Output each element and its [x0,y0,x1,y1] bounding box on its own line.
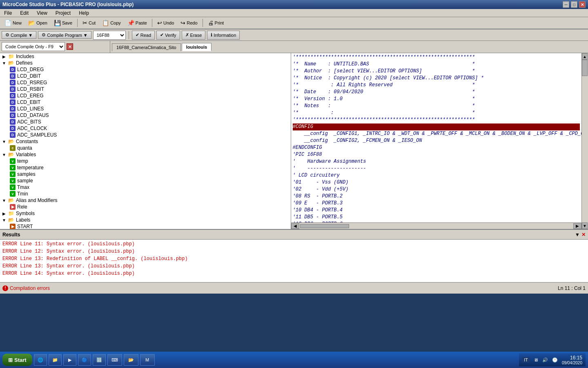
tree-labels[interactable]: ▼ 📂 Labels [0,217,291,223]
tree-quanta[interactable]: c quanta [0,145,291,151]
menu-edit[interactable]: Edit [18,9,31,17]
save-button[interactable]: 💾 Save [51,18,75,28]
horizontal-scrollbar[interactable]: ◀ ▶ [291,222,582,229]
scroll-up-button[interactable]: ▲ [582,53,588,60]
tree-tmax[interactable]: v Tmax [0,184,291,191]
taskbar-ie-icon[interactable]: 🌐 [34,354,47,366]
close-button[interactable]: ✕ [579,1,586,8]
tree-lcd-ereg[interactable]: D LCD_EREG [0,92,291,99]
results-panel: Results ▼ ✕ ERROR Line 11: Syntax error.… [0,229,588,282]
tree-rele[interactable]: ▶ Rele [0,204,291,210]
scroll-down-button[interactable]: ▼ [582,222,588,229]
tree-adc-sampleus[interactable]: D ADC_SAMPLEUS [0,132,291,138]
panel-close-button[interactable]: ✕ [67,43,73,50]
vertical-scrollbar[interactable]: ▲ ▼ [581,53,588,229]
undo-button[interactable]: ↩ Undo [154,18,177,28]
taskbar-app2[interactable]: 📂 [124,354,138,366]
open-button[interactable]: 📂 Open [25,18,50,28]
menu-help[interactable]: Help [76,9,91,17]
tree-lcd-rsbit[interactable]: D LCD_RSBIT [0,86,291,92]
scroll-thumb[interactable] [300,224,349,228]
new-button[interactable]: 📄 New [2,18,24,28]
results-content: ERROR Line 11: Syntax error. (louislouis… [0,240,588,278]
compile-program-button[interactable]: ⚙ Compile Program ▼ [38,31,91,39]
taskbar-app3[interactable]: M [140,354,155,366]
tree-constants[interactable]: ▼ 📂 Constants [0,138,291,145]
tree-lcd-ebit[interactable]: D LCD_EBIT [0,99,291,105]
expand-defines: ▼ [2,61,7,65]
menu-project[interactable]: Project [53,9,73,17]
tree-adc-clock[interactable]: D ADC_CLOCK [0,125,291,132]
tab-16f88-camera[interactable]: 16F88_CameraClimatica_Sito [112,43,181,51]
taskbar-folder-icon[interactable]: 📁 [49,354,62,366]
cut-button[interactable]: ✂ Cut [80,18,98,28]
badge-r-rele: ▶ [10,204,16,210]
code-editor[interactable]: '***************************************… [291,53,582,222]
code-line-16: 'PIC 16F88 [293,151,580,158]
cut-icon: ✂ [82,20,87,26]
code-line-26: '12 DB6 - PORTB.6 [293,221,580,222]
tree-lcd-dataus[interactable]: D LCD_DATAUS [0,112,291,119]
tree-alias[interactable]: ▼ 📂 Alias and Modifiers [0,197,291,204]
tree-lcd-rsreg[interactable]: D LCD_RSREG [0,79,291,86]
error-line-2: ERROR Line 12: Syntax error. (louislouis… [2,248,586,255]
tree-variables[interactable]: ▼ 📂 Variables [0,151,291,158]
redo-button[interactable]: ↪ Redo [178,18,200,28]
results-dropdown-icon[interactable]: ▼ [575,232,580,238]
code-compile-select[interactable]: Code Compile Only - F9 [2,42,65,51]
taskbar-calc-icon[interactable]: 🔢 [93,354,106,366]
folder-symbols-icon: 📁 [8,211,14,216]
tree-adc-bits[interactable]: D ADC_BITS [0,119,291,125]
read-button[interactable]: ✔ Read [132,31,155,40]
compile-button[interactable]: ⚙ Compile ▼ [2,31,36,39]
tree-symbols[interactable]: ▶ 📁 Symbols [0,210,291,217]
verify-button[interactable]: ✔ Verify [156,31,180,40]
tree-temperature[interactable]: v temperature [0,164,291,171]
tree-tmin[interactable]: v Tmin [0,191,291,197]
erase-button[interactable]: ✗ Erase [182,31,206,40]
results-close-button[interactable]: ✕ [581,232,586,238]
code-line-4: '* Notice : Copyright (c) 2020 [select V… [293,75,580,82]
compile-dropdown-icon: ▼ [28,33,33,38]
copy-button[interactable]: 📋 Copy [99,18,124,28]
scroll-left-button[interactable]: ◀ [291,223,299,229]
tree-includes[interactable]: ▶ 📁 Includes [0,53,291,60]
paste-icon: 📌 [127,20,134,26]
tree-samples[interactable]: v samples [0,171,291,177]
tree-lcd-lines[interactable]: D LCD_LINES [0,105,291,112]
compile-icon: ⚙ [5,32,9,38]
code-line-11: #CONFIG [293,123,580,130]
tree-lcd-dreg[interactable]: D LCD_DREG [0,66,291,73]
expand-includes: ▶ [2,54,7,59]
menu-view[interactable]: View [34,9,50,17]
paste-button[interactable]: 📌 Paste [125,18,150,28]
expand-symbols: ▶ [2,211,7,216]
tree-start[interactable]: ▶ START [0,223,291,229]
scroll-right-button[interactable]: ▶ [573,223,581,229]
tab-louislouis[interactable]: louislouis [182,43,212,51]
print-button[interactable]: 🖨 Print [205,18,227,28]
redo-icon: ↪ [180,20,185,26]
maximize-button[interactable]: □ [571,1,577,8]
minimize-button[interactable]: ─ [563,1,569,8]
taskbar-chrome-icon[interactable]: 🔵 [78,354,91,366]
tree-sample[interactable]: v sample [0,177,291,184]
error-line-4: ERROR Line 13: Syntax error. (louislouis… [2,263,586,270]
tree-lcd-dbit[interactable]: D LCD_DBIT [0,73,291,79]
scroll-vertical-thumb[interactable] [582,60,588,76]
taskbar: ⊞ Start 🌐 📁 ▶ 🔵 🔢 ⌨ 📂 M IT 🖥 🔊 🕐 16:15 0… [0,352,588,368]
start-button[interactable]: ⊞ Start [2,354,32,366]
taskbar-media-icon[interactable]: ▶ [63,354,76,366]
code-line-5: '* : All Rights Reserved * [293,82,580,89]
scroll-vertical-track[interactable] [582,60,588,222]
code-line-22: '08 RS - PORTB.2 [293,193,580,200]
tree-temp[interactable]: v temp [0,158,291,164]
tree-defines[interactable]: ▼ 📂 Defines [0,60,291,66]
results-title: Results [2,232,20,238]
menu-file[interactable]: File [2,9,14,17]
scroll-track[interactable] [300,224,573,228]
information-button[interactable]: ℹ Information [207,31,240,40]
chip-select[interactable]: 16F88 16F876 16F877 [93,31,126,40]
taskbar-app1[interactable]: ⌨ [107,354,122,366]
sep4 [129,31,129,39]
